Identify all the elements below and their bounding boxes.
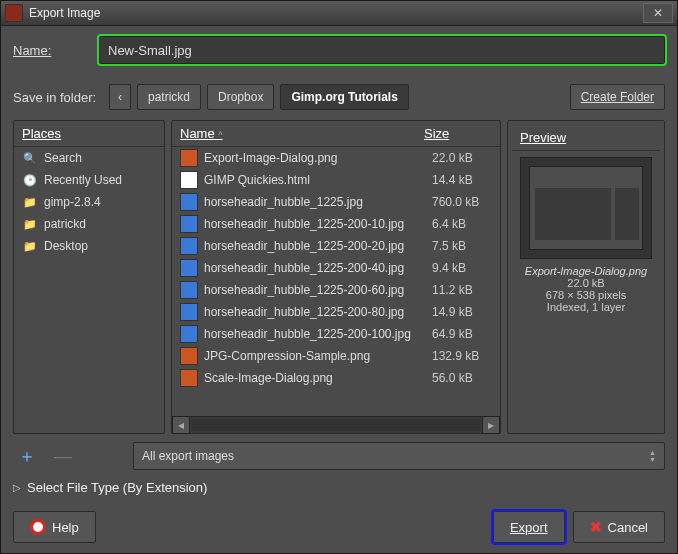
file-name: JPG-Compression-Sample.png: [204, 349, 426, 363]
scroll-right-icon[interactable]: ▸: [482, 416, 500, 434]
file-jpg-icon: [180, 325, 198, 343]
mid-area: Places 🔍Search🕑Recently Used📁gimp-2.8.4📁…: [13, 120, 665, 434]
tools-row: ＋ — All export images ▲▼: [13, 442, 665, 470]
folder-icon: 📁: [22, 238, 38, 254]
files-list: Export-Image-Dialog.png22.0 kBGIMP Quick…: [172, 147, 500, 416]
file-row-5[interactable]: horseheadir_hubble_1225-200-40.jpg9.4 kB: [172, 257, 500, 279]
close-window-button[interactable]: ✕: [643, 3, 673, 23]
add-bookmark-button[interactable]: ＋: [13, 445, 41, 467]
cancel-button[interactable]: ✖ Cancel: [573, 511, 665, 543]
name-row: Name:: [13, 36, 665, 64]
places-item-0[interactable]: 🔍Search: [14, 147, 164, 169]
remove-bookmark-button[interactable]: —: [49, 445, 77, 467]
file-row-8[interactable]: horseheadir_hubble_1225-200-100.jpg64.9 …: [172, 323, 500, 345]
hscrollbar[interactable]: ◂ ▸: [172, 416, 500, 433]
export-dialog: Export Image ✕ Name: Save in folder: ‹ p…: [0, 0, 678, 554]
titlebar: Export Image ✕: [1, 1, 677, 26]
help-icon: [30, 519, 46, 535]
breadcrumb-2[interactable]: Gimp.org Tutorials: [280, 84, 408, 110]
preview-mode: Indexed, 1 layer: [547, 301, 625, 313]
places-item-1[interactable]: 🕑Recently Used: [14, 169, 164, 191]
name-label: Name:: [13, 43, 93, 58]
file-png-icon: [180, 149, 198, 167]
file-size: 132.9 kB: [432, 349, 492, 363]
file-row-6[interactable]: horseheadir_hubble_1225-200-60.jpg11.2 k…: [172, 279, 500, 301]
file-jpg-icon: [180, 303, 198, 321]
updown-icon: ▲▼: [649, 449, 656, 463]
search-icon: 🔍: [22, 150, 38, 166]
places-item-4[interactable]: 📁Desktop: [14, 235, 164, 257]
folder-icon: 📁: [22, 216, 38, 232]
file-size: 22.0 kB: [432, 151, 492, 165]
save-in-label: Save in folder:: [13, 90, 103, 105]
file-jpg-icon: [180, 259, 198, 277]
preview-size: 22.0 kB: [567, 277, 604, 289]
window-title: Export Image: [29, 6, 641, 20]
file-png-icon: [180, 347, 198, 365]
file-name: Scale-Image-Dialog.png: [204, 371, 426, 385]
preview-dims: 678 × 538 pixels: [546, 289, 626, 301]
file-row-3[interactable]: horseheadir_hubble_1225-200-10.jpg6.4 kB: [172, 213, 500, 235]
file-name: horseheadir_hubble_1225-200-100.jpg: [204, 327, 426, 341]
preview-header: Preview: [512, 125, 660, 151]
file-row-0[interactable]: Export-Image-Dialog.png22.0 kB: [172, 147, 500, 169]
file-row-10[interactable]: Scale-Image-Dialog.png56.0 kB: [172, 367, 500, 389]
places-item-label: Desktop: [44, 239, 88, 253]
file-size: 14.9 kB: [432, 305, 492, 319]
file-png-icon: [180, 369, 198, 387]
places-item-3[interactable]: 📁patrickd: [14, 213, 164, 235]
sort-asc-icon: ^: [218, 130, 222, 140]
files-panel: Name ^ Size Export-Image-Dialog.png22.0 …: [171, 120, 501, 434]
filter-combo[interactable]: All export images ▲▼: [133, 442, 665, 470]
dialog-body: Name: Save in folder: ‹ patrickd Dropbox…: [1, 26, 677, 553]
places-panel: Places 🔍Search🕑Recently Used📁gimp-2.8.4📁…: [13, 120, 165, 434]
file-name: Export-Image-Dialog.png: [204, 151, 426, 165]
col-name-header[interactable]: Name ^: [180, 126, 424, 141]
file-row-9[interactable]: JPG-Compression-Sample.png132.9 kB: [172, 345, 500, 367]
file-size: 56.0 kB: [432, 371, 492, 385]
file-size: 64.9 kB: [432, 327, 492, 341]
file-name: horseheadir_hubble_1225.jpg: [204, 195, 426, 209]
export-button[interactable]: Export: [493, 511, 565, 543]
file-jpg-icon: [180, 237, 198, 255]
files-columns: Name ^ Size: [172, 121, 500, 147]
breadcrumb-0[interactable]: patrickd: [137, 84, 201, 110]
col-size-header[interactable]: Size: [424, 126, 492, 141]
places-list: 🔍Search🕑Recently Used📁gimp-2.8.4📁patrick…: [14, 147, 164, 433]
file-size: 9.4 kB: [432, 261, 492, 275]
filename-input[interactable]: [99, 36, 665, 64]
file-name: horseheadir_hubble_1225-200-80.jpg: [204, 305, 426, 319]
cancel-icon: ✖: [590, 519, 602, 535]
places-item-2[interactable]: 📁gimp-2.8.4: [14, 191, 164, 213]
footer: Help Export ✖ Cancel: [13, 505, 665, 543]
file-size: 7.5 kB: [432, 239, 492, 253]
file-name: horseheadir_hubble_1225-200-10.jpg: [204, 217, 426, 231]
file-size: 14.4 kB: [432, 173, 492, 187]
file-html-icon: [180, 171, 198, 189]
file-name: horseheadir_hubble_1225-200-40.jpg: [204, 261, 426, 275]
file-jpg-icon: [180, 215, 198, 233]
places-item-label: patrickd: [44, 217, 86, 231]
app-icon: [5, 4, 23, 22]
triangle-right-icon: ▷: [13, 482, 21, 493]
folder-row: Save in folder: ‹ patrickd Dropbox Gimp.…: [13, 84, 665, 110]
file-row-7[interactable]: horseheadir_hubble_1225-200-80.jpg14.9 k…: [172, 301, 500, 323]
file-row-1[interactable]: GIMP Quickies.html14.4 kB: [172, 169, 500, 191]
file-row-2[interactable]: horseheadir_hubble_1225.jpg760.0 kB: [172, 191, 500, 213]
scroll-left-icon[interactable]: ◂: [172, 416, 190, 434]
folder-icon: 📁: [22, 194, 38, 210]
create-folder-button[interactable]: Create Folder: [570, 84, 665, 110]
folder-back-button[interactable]: ‹: [109, 84, 131, 110]
chevron-left-icon: ‹: [118, 90, 122, 104]
recent-icon: 🕑: [22, 172, 38, 188]
breadcrumb-1[interactable]: Dropbox: [207, 84, 274, 110]
filetype-expander[interactable]: ▷ Select File Type (By Extension): [13, 478, 665, 497]
file-size: 11.2 kB: [432, 283, 492, 297]
filter-label: All export images: [142, 449, 234, 463]
file-row-4[interactable]: horseheadir_hubble_1225-200-20.jpg7.5 kB: [172, 235, 500, 257]
help-button[interactable]: Help: [13, 511, 96, 543]
scroll-track[interactable]: [191, 419, 481, 431]
filetype-label: Select File Type (By Extension): [27, 480, 207, 495]
file-jpg-icon: [180, 193, 198, 211]
places-item-label: Recently Used: [44, 173, 122, 187]
